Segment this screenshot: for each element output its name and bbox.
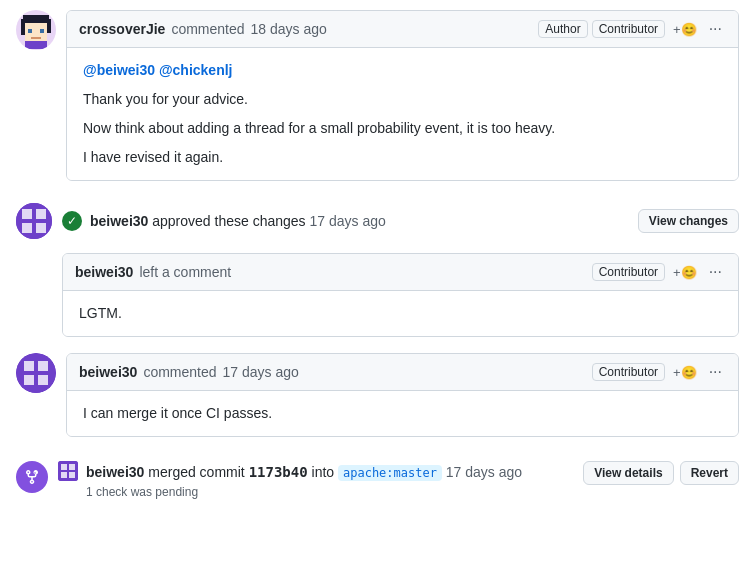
comment-block-crossoverjie: crossoverJie commented 18 days ago Autho… — [16, 10, 739, 181]
merge-event-block: beiwei30 merged commit 1173b40 into apac… — [16, 453, 739, 507]
comment-header-right: Author Contributor +😊 ··· — [538, 19, 726, 39]
badge-contributor-1: Contributor — [592, 20, 665, 38]
badge-contributor-review: Contributor — [592, 263, 665, 281]
merge-content-wrap: beiwei30 merged commit 1173b40 into apac… — [58, 461, 739, 499]
svg-rect-12 — [36, 223, 46, 233]
more-button-1[interactable]: ··· — [705, 19, 726, 39]
avatar-beiwei30-merge — [58, 461, 78, 481]
avatar-crossoverjie — [16, 10, 56, 50]
review-comment-block: beiwei30 left a comment Contributor +😊 ·… — [62, 253, 739, 337]
review-comment-username[interactable]: beiwei30 — [75, 264, 133, 280]
comment-action: commented — [171, 21, 244, 37]
merge-details: beiwei30 merged commit 1173b40 into apac… — [86, 461, 575, 499]
svg-rect-5 — [40, 29, 44, 33]
badge-contributor-2: Contributor — [592, 363, 665, 381]
comment-line-4: I have revised it again. — [83, 147, 722, 168]
more-button-review[interactable]: ··· — [705, 262, 726, 282]
avatar-beiwei30-review — [16, 203, 52, 239]
emoji-button-2[interactable]: +😊 — [669, 363, 701, 382]
svg-rect-6 — [31, 37, 41, 39]
review-comment-action: left a comment — [139, 264, 231, 280]
review-comment-header-left: beiwei30 left a comment — [75, 264, 231, 280]
merge-text-body: I can merge it once CI passes. — [83, 403, 722, 424]
merge-branch[interactable]: apache:master — [338, 465, 442, 481]
svg-rect-14 — [24, 361, 34, 371]
svg-rect-19 — [61, 464, 67, 470]
comment2-action: commented — [143, 364, 216, 380]
badge-author: Author — [538, 20, 587, 38]
svg-rect-4 — [28, 29, 32, 33]
review-comment-header: beiwei30 left a comment Contributor +😊 ·… — [63, 254, 738, 291]
comment-block-beiwei30: beiwei30 commented 17 days ago Contribut… — [16, 353, 739, 437]
review-action: approved these changes — [152, 213, 309, 229]
comment-header-beiwei30-right: Contributor +😊 ··· — [592, 362, 726, 382]
comment2-username[interactable]: beiwei30 — [79, 364, 137, 380]
svg-rect-15 — [38, 361, 48, 371]
emoji-button-review[interactable]: +😊 — [669, 263, 701, 282]
svg-rect-1 — [21, 19, 25, 35]
revert-button[interactable]: Revert — [680, 461, 739, 485]
comment-body-crossoverjie: @beiwei30 @chickenlj Thank you for your … — [67, 48, 738, 180]
review-comment-body: LGTM. — [63, 291, 738, 336]
svg-rect-21 — [61, 472, 67, 478]
svg-rect-8 — [16, 203, 52, 239]
more-button-2[interactable]: ··· — [705, 362, 726, 382]
merge-username[interactable]: beiwei30 — [86, 464, 144, 480]
comment-header-left: crossoverJie commented 18 days ago — [79, 21, 327, 37]
avatar-beiwei30-comment — [16, 353, 56, 393]
review-timestamp: 17 days ago — [310, 213, 386, 229]
comment-line-2: Thank you for your advice. — [83, 89, 722, 110]
merge-commit-hash[interactable]: 1173b40 — [249, 464, 308, 480]
review-comment-container: beiwei30 left a comment Contributor +😊 ·… — [62, 253, 739, 337]
lgtm-text: LGTM. — [79, 303, 722, 324]
comment-header-beiwei30: beiwei30 commented 17 days ago Contribut… — [67, 354, 738, 391]
comment-line-1: @beiwei30 @chickenlj — [83, 60, 722, 81]
review-approved-block: ✓ beiwei30 approved these changes 17 day… — [16, 197, 739, 245]
svg-rect-11 — [22, 223, 32, 233]
comment-container-beiwei30: beiwei30 commented 17 days ago Contribut… — [66, 353, 739, 437]
comment-line-3: Now think about adding a thread for a sm… — [83, 118, 722, 139]
review-username[interactable]: beiwei30 — [90, 213, 148, 229]
svg-point-13 — [16, 353, 56, 393]
svg-rect-17 — [38, 375, 48, 385]
svg-rect-20 — [69, 464, 75, 470]
review-comment-header-right: Contributor +😊 ··· — [592, 262, 726, 282]
review-text: beiwei30 approved these changes 17 days … — [90, 213, 638, 229]
emoji-button-1[interactable]: +😊 — [669, 20, 701, 39]
svg-rect-16 — [24, 375, 34, 385]
svg-rect-22 — [69, 472, 75, 478]
view-changes-button[interactable]: View changes — [638, 209, 739, 233]
svg-rect-10 — [36, 209, 46, 219]
comment2-timestamp: 17 days ago — [223, 364, 299, 380]
comment-container-crossoverjie: crossoverJie commented 18 days ago Autho… — [66, 10, 739, 181]
merge-icon — [16, 461, 48, 493]
comment-header-beiwei30-left: beiwei30 commented 17 days ago — [79, 364, 299, 380]
svg-rect-9 — [22, 209, 32, 219]
approve-check-icon: ✓ — [62, 211, 82, 231]
merge-timestamp: 17 days ago — [446, 464, 522, 480]
merge-text-line: beiwei30 merged commit 1173b40 into apac… — [86, 461, 575, 483]
merge-subtext: 1 check was pending — [86, 485, 575, 499]
comment-header-crossoverjie: crossoverJie commented 18 days ago Autho… — [67, 11, 738, 48]
comment-timestamp: 18 days ago — [251, 21, 327, 37]
comment-body-beiwei30: I can merge it once CI passes. — [67, 391, 738, 436]
merge-actions: View details Revert — [583, 461, 739, 485]
view-details-button[interactable]: View details — [583, 461, 673, 485]
svg-rect-2 — [47, 19, 51, 33]
comment-username[interactable]: crossoverJie — [79, 21, 165, 37]
svg-rect-7 — [25, 41, 47, 49]
